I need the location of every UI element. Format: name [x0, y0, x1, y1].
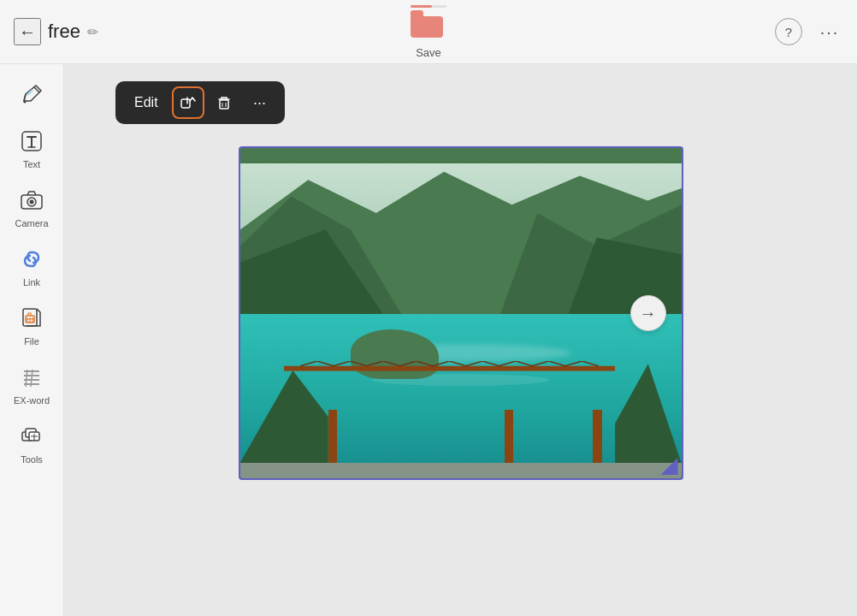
svg-line-45 — [516, 361, 532, 366]
svg-line-33 — [317, 361, 334, 366]
svg-rect-31 — [284, 366, 615, 371]
svg-line-39 — [417, 361, 433, 366]
image-area: → — [239, 146, 683, 480]
svg-line-46 — [532, 361, 548, 366]
image-toolbar: Edit ··· — [115, 81, 285, 124]
svg-line-48 — [565, 361, 582, 366]
sidebar-item-tools[interactable]: Tools — [4, 414, 60, 471]
svg-line-37 — [383, 361, 399, 366]
svg-line-32 — [300, 361, 316, 366]
svg-line-43 — [482, 361, 499, 366]
sidebar-item-exword-label: EX-word — [14, 395, 50, 406]
svg-line-41 — [450, 361, 466, 366]
sidebar-item-text-label: Text — [23, 159, 40, 169]
page-title: free — [48, 21, 80, 43]
delete-button[interactable] — [208, 86, 240, 119]
exword-icon — [16, 362, 47, 393]
svg-line-40 — [433, 361, 449, 366]
sidebar-item-link[interactable]: Link — [4, 237, 60, 294]
save-label: Save — [416, 46, 441, 59]
toolbar-more-button[interactable]: ··· — [244, 86, 276, 119]
svg-line-36 — [367, 361, 383, 366]
svg-point-4 — [30, 200, 34, 204]
header: ← free ✏ Save ? ··· — [0, 0, 857, 64]
save-folder-icon — [411, 5, 446, 43]
image-frame — [239, 146, 683, 480]
header-left: ← free ✏ — [14, 18, 411, 45]
sidebar-item-text[interactable]: Text — [4, 119, 60, 176]
header-center: Save — [411, 5, 446, 59]
svg-line-35 — [350, 361, 366, 366]
svg-line-49 — [582, 361, 598, 366]
file-icon — [16, 303, 47, 334]
pen-icon — [16, 80, 47, 110]
landscape-scene — [240, 148, 682, 478]
sidebar-item-camera[interactable]: Camera — [4, 178, 60, 235]
sidebar-item-file-label: File — [24, 336, 39, 346]
share-button[interactable] — [172, 86, 204, 119]
image-bar-bottom — [240, 463, 682, 478]
next-arrow-button[interactable]: → — [630, 295, 666, 331]
sidebar-item-pen[interactable] — [4, 73, 60, 117]
sidebar-item-file[interactable]: File — [4, 296, 60, 353]
more-menu-button[interactable]: ··· — [816, 18, 843, 45]
sidebar-item-camera-label: Camera — [15, 218, 48, 228]
tools-icon — [16, 421, 47, 452]
sidebar-item-exword[interactable]: EX-word — [4, 355, 60, 412]
svg-line-38 — [400, 361, 417, 366]
sidebar-item-link-label: Link — [23, 277, 40, 287]
svg-point-0 — [24, 101, 27, 104]
svg-line-47 — [549, 361, 565, 366]
edit-title-icon[interactable]: ✏ — [87, 24, 98, 40]
text-icon — [16, 126, 47, 157]
header-right: ? ··· — [446, 18, 843, 45]
svg-rect-23 — [220, 100, 228, 109]
svg-line-42 — [466, 361, 482, 366]
help-button[interactable]: ? — [775, 18, 802, 45]
svg-line-44 — [499, 361, 516, 366]
sidebar: Text Camera Link — [0, 64, 64, 616]
camera-icon — [16, 185, 47, 216]
main-content: Edit ··· — [64, 64, 857, 616]
sidebar-item-tools-label: Tools — [21, 454, 43, 465]
edit-button[interactable]: Edit — [124, 92, 168, 114]
link-icon — [16, 244, 47, 275]
svg-line-34 — [334, 361, 350, 366]
svg-rect-22 — [181, 99, 190, 108]
back-button[interactable]: ← — [14, 18, 41, 45]
